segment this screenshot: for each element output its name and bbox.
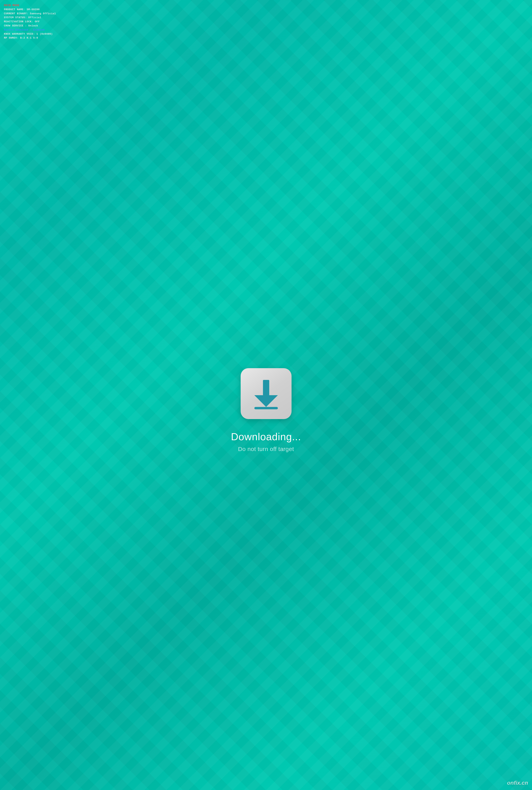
reactivation-lock-label: REACTIVATION LOCK: bbox=[4, 20, 33, 23]
product-name-label: PRODUCT NAME: bbox=[4, 8, 25, 11]
download-icon-container bbox=[241, 368, 291, 419]
system-status-line: SYSTEM STATUS: Official bbox=[4, 16, 528, 20]
product-name-line: PRODUCT NAME: SM-G9200 bbox=[4, 8, 528, 12]
knox-warranty-label: KNOX WARRANTY VOID: bbox=[4, 33, 35, 35]
main-content: Downloading... Do not turn off target bbox=[4, 40, 528, 784]
watermark: onfix.cn bbox=[507, 780, 528, 786]
crow-service-line: CROW SERVICE : Unlock bbox=[4, 24, 528, 28]
knox-warranty-line: KNOX WARRANTY VOID: 1 (0x0400) bbox=[4, 32, 528, 36]
downloading-text: Downloading... bbox=[231, 431, 301, 443]
odin-mode-label: ODIN MODE bbox=[4, 3, 528, 8]
current-binary-line: CURRENT BINARY: Samsung Official bbox=[4, 12, 528, 16]
product-name-value: SM-G9200 bbox=[26, 8, 40, 11]
odin-screen: ODIN MODE PRODUCT NAME: SM-G9200 CURRENT… bbox=[0, 0, 532, 790]
svg-marker-1 bbox=[254, 395, 278, 407]
secure-download-label: Secure Download : bbox=[4, 29, 32, 31]
do-not-turn-off-text: Do not turn off target bbox=[238, 446, 294, 452]
crow-service-label: CROW SERVICE : bbox=[4, 24, 26, 27]
rp-swrev-label: RP SWREV: bbox=[4, 36, 19, 39]
secure-download-line: Secure Download : Enabled bbox=[4, 28, 528, 32]
reactivation-lock-line: REACTIVATION LOCK: OFF bbox=[4, 20, 528, 24]
device-info-block: ODIN MODE PRODUCT NAME: SM-G9200 CURRENT… bbox=[4, 3, 528, 40]
svg-rect-2 bbox=[254, 407, 278, 409]
system-status-label: SYSTEM STATUS: bbox=[4, 16, 26, 19]
download-icon bbox=[250, 378, 282, 409]
rp-swrev-line: RP SWREV: B:2 K:1 S:0 bbox=[4, 36, 528, 40]
current-binary-label: CURRENT BINARY: bbox=[4, 12, 28, 15]
svg-rect-0 bbox=[263, 380, 269, 396]
